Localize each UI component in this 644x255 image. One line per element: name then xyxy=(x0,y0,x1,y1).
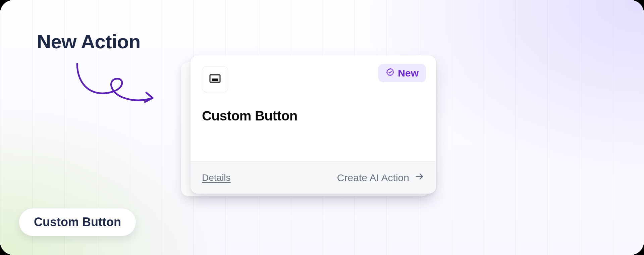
create-ai-action-button[interactable]: Create AI Action xyxy=(337,171,425,184)
action-card: New Custom Button Details Create AI Acti… xyxy=(191,55,436,194)
curved-arrow-icon xyxy=(70,60,158,121)
verified-icon xyxy=(386,67,394,79)
card-top: New Custom Button xyxy=(191,55,436,161)
arrow-right-icon xyxy=(415,171,425,184)
canvas: New Action xyxy=(0,0,644,255)
card-title: Custom Button xyxy=(202,108,425,123)
card-stack: New Custom Button Details Create AI Acti… xyxy=(181,55,436,200)
create-ai-action-label: Create AI Action xyxy=(337,172,409,184)
details-link[interactable]: Details xyxy=(202,172,231,183)
custom-button-pill[interactable]: Custom Button xyxy=(19,208,136,236)
page-title: New Action xyxy=(37,30,141,53)
button-icon xyxy=(208,72,222,87)
button-icon-tile xyxy=(202,66,228,92)
svg-rect-1 xyxy=(212,79,218,81)
new-badge-label: New xyxy=(398,67,419,79)
card-footer: Details Create AI Action xyxy=(191,161,436,194)
new-badge: New xyxy=(378,64,426,82)
